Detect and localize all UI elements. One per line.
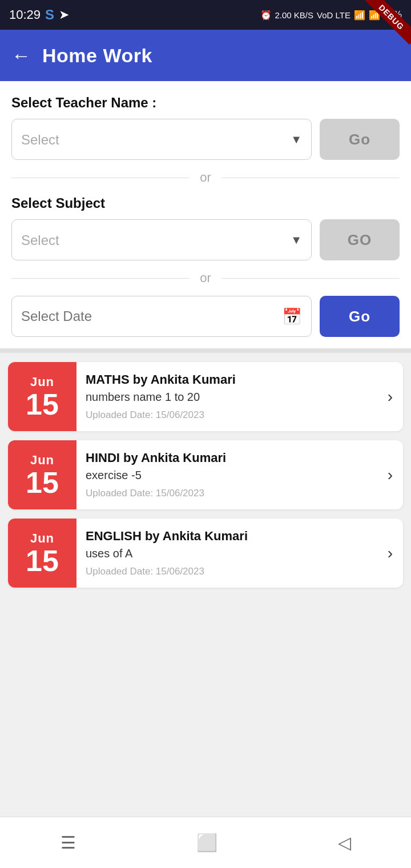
nav-home-icon[interactable]: ⬜ [191,827,223,858]
hw-date-3: Jun 15 [8,519,76,588]
network-type: VoD LTE [317,10,350,20]
hw-month-2: Jun [30,453,54,468]
teacher-section: Select Teacher Name : Select ▼ Go [11,95,400,160]
hw-day-1: 15 [26,389,59,419]
hw-arrow-1[interactable]: › [388,362,403,431]
nav-back-icon[interactable]: ◁ [332,827,357,858]
date-input[interactable] [21,308,282,324]
battery-level: 72% [384,10,402,20]
hw-subject-2: HINDI by Ankita Kumari [86,451,378,465]
status-bar: 10:29 S ➤ ⏰ 2.00 KB/S VoD LTE 📶 📶 72% [0,0,411,30]
subject-select[interactable]: Select [21,232,291,248]
hw-uploaded-3: Uploaded Date: 15/06/2023 [86,566,378,577]
hw-date-2: Jun 15 [8,440,76,509]
status-right: ⏰ 2.00 KB/S VoD LTE 📶 📶 72% [260,10,402,21]
hw-date-1: Jun 15 [8,362,76,431]
speed-indicator: 2.00 KB/S [275,10,314,20]
teacher-select[interactable]: Select [21,132,291,147]
teacher-label: Select Teacher Name : [11,95,400,111]
hw-desc-3: uses of A [86,547,378,560]
subject-label: Select Subject [11,195,400,211]
section-divider [0,348,411,353]
homework-list: Jun 15 MATHS by Ankita Kumari numbers na… [0,353,411,597]
homework-card-2[interactable]: Jun 15 HINDI by Ankita Kumari exercise -… [8,440,403,509]
status-carrier: S [45,7,54,23]
app-bar: ← Home Work [0,30,411,81]
hw-arrow-2[interactable]: › [388,440,403,509]
teacher-go-button[interactable]: Go [320,119,400,160]
status-location-icon: ➤ [59,7,69,22]
homework-card-3[interactable]: Jun 15 ENGLISH by Ankita Kumari uses of … [8,519,403,588]
hw-subject-1: MATHS by Ankita Kumari [86,372,378,387]
date-input-wrapper[interactable]: 📅 [11,296,312,337]
hw-desc-1: numbers name 1 to 20 [86,391,378,404]
subject-dropdown-arrow-icon: ▼ [291,234,302,247]
subject-go-button[interactable]: GO [320,219,400,260]
date-section: 📅 Go [11,296,400,337]
date-go-button[interactable]: Go [320,296,400,337]
bottom-nav: ☰ ⬜ ◁ [0,817,411,868]
teacher-dropdown-wrapper[interactable]: Select ▼ [11,119,312,160]
hw-info-2: HINDI by Ankita Kumari exercise -5 Uploa… [76,440,388,509]
main-content: Select Teacher Name : Select ▼ Go or Sel… [0,81,411,348]
hw-uploaded-2: Uploaded Date: 15/06/2023 [86,488,378,499]
teacher-row: Select ▼ Go [11,119,400,160]
status-time: 10:29 [9,7,41,22]
hw-info-1: MATHS by Ankita Kumari numbers name 1 to… [76,362,388,431]
hw-day-3: 15 [26,546,59,576]
hw-month-3: Jun [30,531,54,546]
alarm-icon: ⏰ [260,10,272,21]
subject-section: Select Subject Select ▼ GO [11,195,400,260]
calendar-icon[interactable]: 📅 [282,307,302,326]
hw-uploaded-1: Uploaded Date: 15/06/2023 [86,409,378,421]
or-divider-2: or [11,271,400,286]
date-row: 📅 Go [11,296,400,337]
nav-menu-icon[interactable]: ☰ [55,827,82,858]
signal-bars-icon: 📶 [369,10,380,21]
subject-dropdown-wrapper[interactable]: Select ▼ [11,219,312,260]
hw-month-1: Jun [30,375,54,389]
hw-info-3: ENGLISH by Ankita Kumari uses of A Uploa… [76,519,388,588]
page-title: Home Work [42,45,152,67]
hw-subject-3: ENGLISH by Ankita Kumari [86,529,378,544]
subject-row: Select ▼ GO [11,219,400,260]
teacher-dropdown-arrow-icon: ▼ [291,133,302,146]
or-divider-1: or [11,170,400,185]
hw-desc-2: exercise -5 [86,469,378,482]
status-left: 10:29 S ➤ [9,7,69,23]
back-button[interactable]: ← [11,45,31,67]
hw-arrow-3[interactable]: › [388,519,403,588]
homework-card-1[interactable]: Jun 15 MATHS by Ankita Kumari numbers na… [8,362,403,431]
signal-4g-icon: 📶 [354,10,365,21]
hw-day-2: 15 [26,468,59,497]
